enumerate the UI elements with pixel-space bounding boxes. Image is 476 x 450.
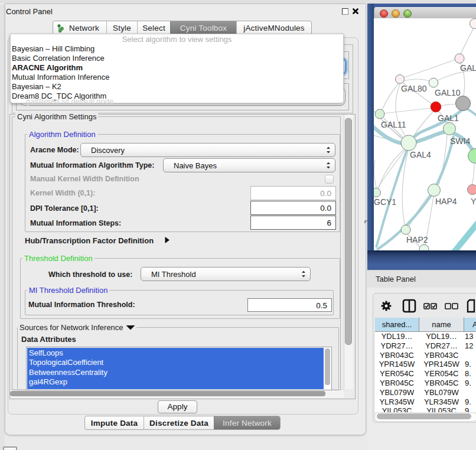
svg-text:HAP4: HAP4 — [435, 197, 457, 206]
svg-text:GAL: GAL — [460, 63, 476, 73]
svg-text:GCY1: GCY1 — [374, 197, 396, 207]
svg-text:GAL10: GAL10 — [435, 88, 461, 97]
svg-text:GAL1: GAL1 — [438, 113, 459, 123]
svg-text:Y: Y — [471, 197, 476, 206]
svg-text:GAL11: GAL11 — [381, 120, 406, 129]
svg-text:GAL4: GAL4 — [410, 150, 431, 159]
svg-text:HAP2: HAP2 — [406, 235, 428, 244]
svg-text:GAL80: GAL80 — [401, 84, 427, 93]
svg-text:SWI4: SWI4 — [450, 136, 470, 146]
